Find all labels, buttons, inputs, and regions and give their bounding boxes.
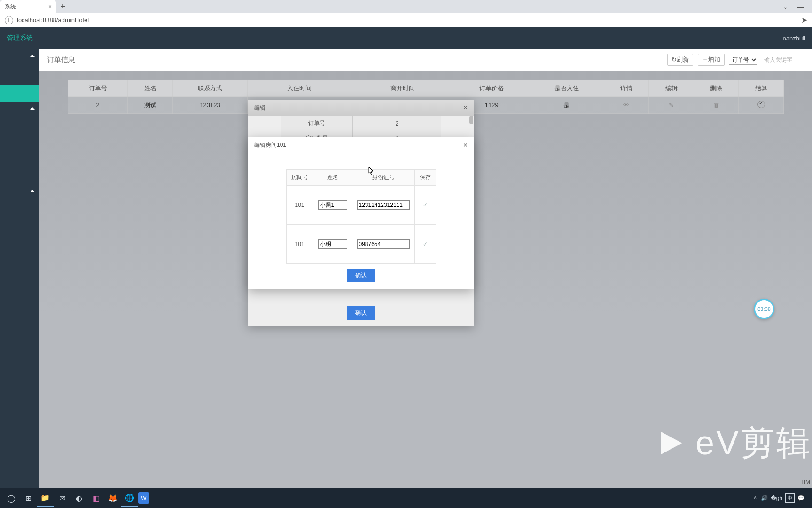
current-user[interactable]: nanzhuli: [783, 35, 805, 42]
sidebar-group-3[interactable]: [0, 184, 39, 201]
guest-name-input[interactable]: [318, 239, 347, 249]
confirm-button[interactable]: 确认: [347, 306, 375, 320]
app-header: 管理系统 nanzhuli: [0, 27, 812, 49]
send-icon[interactable]: ➤: [801, 16, 807, 24]
guest-idno-input[interactable]: [357, 200, 410, 210]
save-guest-icon[interactable]: ✓: [423, 202, 428, 208]
save-guest-icon[interactable]: ✓: [423, 241, 428, 247]
app-icon-1[interactable]: ◐: [70, 490, 87, 507]
chevron-up-icon: [30, 190, 35, 192]
sidebar-group-1[interactable]: [0, 49, 39, 66]
firefox-icon[interactable]: 🦊: [104, 490, 121, 507]
chevron-up-icon: [30, 55, 35, 57]
hm-mark: HM: [801, 479, 810, 485]
cell-room: 101: [286, 186, 313, 225]
col-idno: 身份证号: [352, 170, 414, 186]
ev-watermark: eV剪辑: [654, 421, 812, 466]
close-icon[interactable]: ×: [463, 103, 468, 112]
close-icon[interactable]: ×: [463, 141, 468, 150]
sidebar-group-2[interactable]: [0, 102, 39, 119]
sidebar: [0, 49, 39, 488]
mail-icon[interactable]: ✉: [54, 490, 70, 507]
recorder-timer: 03:08: [754, 299, 774, 319]
close-tab-icon[interactable]: ×: [48, 3, 52, 10]
modal-title: 编辑: [254, 104, 265, 112]
app-name: 管理系统: [7, 34, 33, 42]
tab-title: 系统: [5, 3, 16, 11]
file-explorer-icon[interactable]: 📁: [37, 490, 54, 507]
col-room: 房间号: [286, 170, 313, 186]
taskbar: ◯ ⊞ 📁 ✉ ◐ ◧ 🦊 🌐 W ＾ 🔊 �għ 中 💬: [0, 488, 812, 508]
chevron-up-icon: [30, 107, 35, 110]
info-value: 2: [353, 116, 441, 131]
col-save: 保存: [414, 170, 436, 186]
guest-idno-input[interactable]: [357, 239, 410, 249]
guest-row: 101 ✓: [286, 225, 436, 264]
guest-name-input[interactable]: [318, 200, 347, 210]
start-button[interactable]: ◯: [3, 490, 20, 507]
confirm-button[interactable]: 确认: [347, 269, 375, 282]
chrome-icon[interactable]: 🌐: [121, 490, 138, 507]
url-text[interactable]: localhost:8888/adminHotel: [17, 16, 89, 24]
browser-tab-strip: 系统 × + ⌄ —: [0, 0, 812, 13]
new-tab-button[interactable]: +: [56, 2, 70, 12]
col-name: 姓名: [313, 170, 352, 186]
tab-dropdown-icon[interactable]: ⌄: [783, 3, 789, 10]
sidebar-item-orders[interactable]: [0, 85, 39, 102]
modal-title: 编辑房间101: [254, 141, 286, 149]
guest-row: 101 ✓: [286, 186, 436, 225]
screen-icon[interactable]: �għ: [771, 495, 782, 501]
ime-indicator[interactable]: 中: [785, 493, 795, 503]
volume-icon[interactable]: 🔊: [761, 495, 768, 501]
info-label: 订单号: [281, 116, 353, 131]
app-icon-2[interactable]: ◧: [87, 490, 104, 507]
notification-icon[interactable]: 💬: [797, 495, 804, 501]
browser-tab[interactable]: 系统 ×: [0, 0, 56, 13]
edit-room-modal: 编辑房间101 × 房间号 姓名 身份证号 保存 101 ✓ 101: [248, 137, 474, 289]
cell-room: 101: [286, 225, 313, 264]
wps-icon[interactable]: W: [138, 492, 149, 504]
tray-expand-icon[interactable]: ＾: [752, 494, 758, 502]
task-view-icon[interactable]: ⊞: [20, 490, 37, 507]
site-info-icon[interactable]: i: [5, 16, 13, 24]
address-bar: i localhost:8888/adminHotel ➤: [0, 13, 812, 27]
window-minimize-icon[interactable]: —: [797, 3, 804, 10]
